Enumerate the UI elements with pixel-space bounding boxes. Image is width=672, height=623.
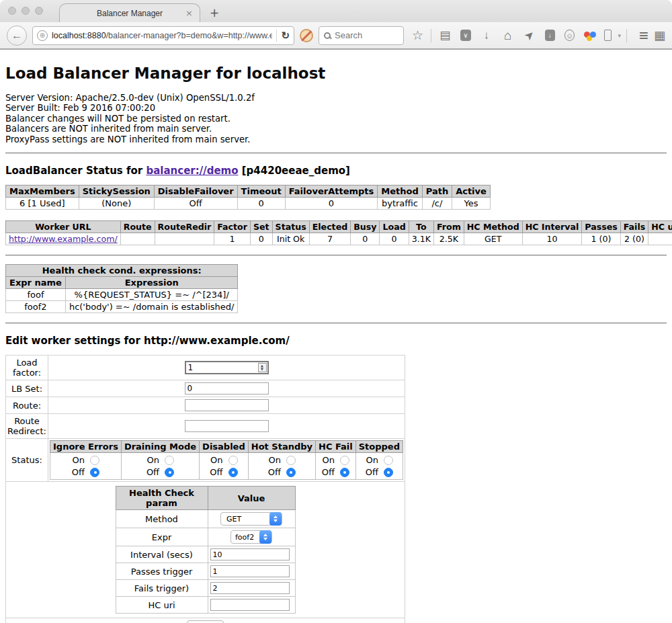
col-value: Value bbox=[208, 487, 295, 510]
status-group-draining-mode: On Off bbox=[121, 453, 199, 480]
balancer-demo-link[interactable]: balancer://demo bbox=[146, 165, 238, 177]
close-window-button[interactable] bbox=[8, 7, 16, 15]
back-icon: ← bbox=[11, 30, 22, 42]
chevron-down-icon[interactable]: ▾ bbox=[618, 32, 622, 39]
hc-uri-input[interactable] bbox=[210, 599, 290, 611]
col-expr-name: Expr name bbox=[6, 277, 66, 289]
col-load: Load bbox=[380, 221, 409, 233]
tab-bar: Balancer Manager × + bbox=[0, 0, 672, 22]
persist-note-line: Balancer changes will NOT be persisted o… bbox=[5, 114, 667, 124]
expr-select[interactable]: foof2 bbox=[230, 530, 272, 544]
submit-button[interactable]: Submit bbox=[187, 620, 224, 623]
passes-label: Passes trigger bbox=[116, 563, 208, 580]
ignore-errors-on-radio[interactable] bbox=[90, 456, 99, 465]
divider bbox=[5, 323, 667, 324]
hc-uri-label: HC uri bbox=[116, 597, 208, 614]
stopped-on-radio[interactable] bbox=[384, 456, 393, 465]
toolbar-separator bbox=[626, 29, 627, 42]
route-input[interactable] bbox=[185, 399, 269, 411]
method-select[interactable]: GET bbox=[220, 512, 282, 526]
lb-set-input[interactable] bbox=[185, 382, 269, 394]
worker-url-link[interactable]: http://www.example.com/ bbox=[9, 234, 118, 244]
hc-fail-on-radio[interactable] bbox=[340, 456, 349, 465]
col-factor: Factor bbox=[214, 221, 251, 233]
load-factor-stepper[interactable]: ▲▼ bbox=[185, 361, 269, 374]
save-page-icon[interactable]: ↓ bbox=[545, 30, 555, 41]
device-sync-icon[interactable] bbox=[604, 30, 612, 41]
col-set: Set bbox=[250, 221, 272, 233]
menu-icon[interactable]: ≡ bbox=[639, 29, 648, 42]
hc-fail-off-radio[interactable] bbox=[340, 468, 349, 477]
draining-mode-off-radio[interactable] bbox=[165, 468, 174, 477]
server-info: Server Version: Apache/2.5.0-dev (Unix) … bbox=[5, 93, 667, 144]
col-routeredir: RouteRedir bbox=[155, 221, 214, 233]
site-globe-icon[interactable]: ⊕ bbox=[37, 30, 48, 41]
back-button[interactable]: ← bbox=[7, 26, 27, 46]
hot-standby-on-radio[interactable] bbox=[286, 456, 296, 465]
col-status: Status bbox=[272, 221, 309, 233]
window-controls bbox=[8, 7, 43, 15]
minimize-window-button[interactable] bbox=[22, 7, 30, 15]
feedback-smiley-icon[interactable]: ☺ bbox=[564, 30, 575, 41]
home-icon[interactable]: ⌂ bbox=[500, 28, 516, 43]
col-timeout: Timeout bbox=[237, 185, 285, 198]
interval-label: Interval (secs) bbox=[116, 546, 208, 563]
select-arrows-icon bbox=[269, 512, 282, 526]
clipboard-icon[interactable]: ▤ bbox=[437, 28, 453, 42]
navigation-toolbar: ← ⊕ localhost:8880/balancer-manager?b=de… bbox=[0, 22, 672, 50]
lb-status-heading: LoadBalancer Status for balancer://demo … bbox=[5, 165, 667, 177]
col-stickysession: StickySession bbox=[79, 185, 154, 198]
browser-window: Balancer Manager × + ← ⊕ localhost:8880/… bbox=[0, 0, 672, 623]
draining-mode-on-radio[interactable] bbox=[165, 456, 174, 465]
passes-input[interactable] bbox=[210, 565, 290, 577]
reload-icon[interactable]: ↻ bbox=[281, 30, 290, 42]
url-text[interactable]: localhost:8880/balancer-manager?b=demo&w… bbox=[52, 31, 272, 40]
apps-grid-icon[interactable]: ▦ bbox=[654, 28, 665, 43]
tab-title: Balancer Manager bbox=[97, 9, 163, 18]
url-bar[interactable]: ⊕ localhost:8880/balancer-manager?b=demo… bbox=[32, 26, 294, 45]
new-tab-button[interactable]: + bbox=[210, 6, 219, 19]
col-busy: Busy bbox=[351, 221, 380, 233]
tab-balancer-manager[interactable]: Balancer Manager × bbox=[59, 3, 200, 22]
fails-label: Fails trigger) bbox=[116, 580, 208, 597]
disabled-off-radio[interactable] bbox=[228, 468, 238, 477]
pocket-icon[interactable]: ∨ bbox=[460, 30, 470, 41]
col-elected: Elected bbox=[309, 221, 351, 233]
col-hot-standby: Hot Standby bbox=[248, 441, 315, 453]
search-placeholder: Search bbox=[335, 30, 362, 40]
zoom-window-button[interactable] bbox=[35, 7, 43, 15]
col-hc-param: Health Check param bbox=[116, 487, 208, 510]
hot-standby-off-radio[interactable] bbox=[286, 468, 296, 477]
route-redirect-input[interactable] bbox=[185, 420, 269, 432]
col-fails: Fails bbox=[620, 221, 648, 233]
table-row: http://www.example.com/ 1 0 Init Ok 7 0 … bbox=[6, 233, 672, 245]
tab-close-icon[interactable]: × bbox=[185, 8, 193, 18]
number-spinner-icon[interactable]: ▲▼ bbox=[258, 363, 267, 372]
edit-worker-form: Load factor: ▲▼ LB Set: Route: Route Red… bbox=[5, 355, 405, 623]
load-factor-input[interactable] bbox=[185, 361, 269, 374]
page-content: Load Balancer Manager for localhost Serv… bbox=[0, 65, 672, 623]
load-factor-label: Load factor: bbox=[6, 356, 48, 380]
bookmark-star-icon[interactable]: ☆ bbox=[409, 28, 425, 43]
color-dots-icon[interactable] bbox=[584, 30, 595, 41]
send-tab-icon[interactable]: ➤ bbox=[519, 25, 540, 46]
route-redirect-label: Route Redirect: bbox=[6, 414, 48, 439]
fails-input[interactable] bbox=[210, 582, 290, 594]
interval-input[interactable] bbox=[210, 548, 290, 560]
balancer-status-table: MaxMembers StickySession DisableFailover… bbox=[5, 185, 491, 210]
url-divider bbox=[276, 30, 277, 42]
col-draining-mode: Draining Mode bbox=[121, 441, 199, 453]
toolbar-separator bbox=[431, 29, 431, 42]
ignore-errors-off-radio[interactable] bbox=[90, 468, 99, 477]
table-row: 6 [1 Used] (None) Off 0 0 bytraffic /c/ … bbox=[6, 198, 491, 210]
content-blocker-disabled-icon[interactable] bbox=[300, 29, 313, 42]
table-row: foof2 hc('body') =~ /domain is establish… bbox=[6, 301, 238, 313]
status-group-stopped: On Off bbox=[355, 453, 403, 480]
search-bar[interactable]: Search bbox=[319, 26, 404, 45]
downloads-icon[interactable]: ↓ bbox=[478, 29, 495, 42]
hc-expressions-title: Health check cond. expressions: bbox=[6, 265, 238, 277]
status-radio-table: Ignore Errors Draining Mode Disabled Hot… bbox=[50, 440, 403, 480]
disabled-on-radio[interactable] bbox=[228, 456, 238, 465]
stopped-off-radio[interactable] bbox=[384, 468, 393, 477]
col-ignore-errors: Ignore Errors bbox=[50, 441, 122, 453]
